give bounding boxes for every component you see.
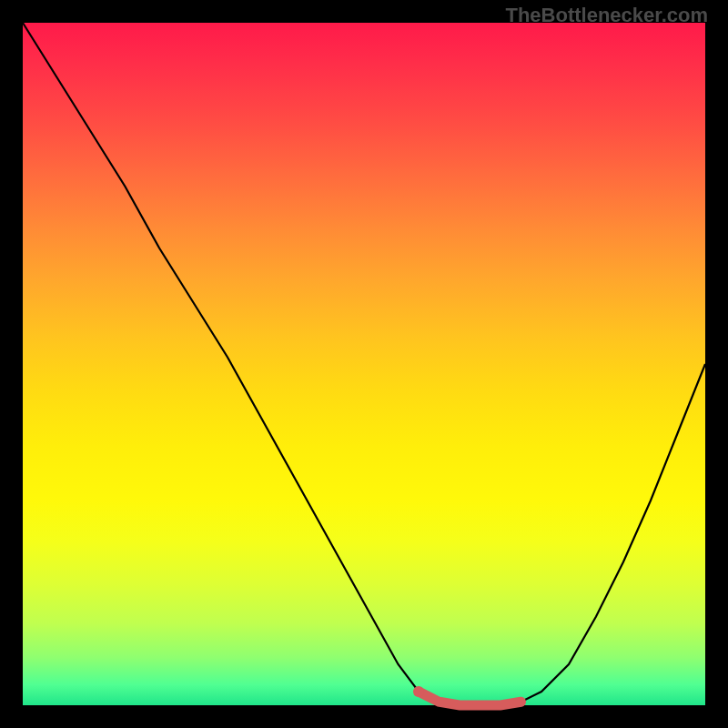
highlight-segment xyxy=(419,692,521,705)
plot-area xyxy=(23,23,705,705)
bottleneck-curve-path xyxy=(23,23,705,705)
curve-svg xyxy=(23,23,705,705)
chart-container: TheBottlenecker.com xyxy=(0,0,728,728)
highlight-dot xyxy=(413,686,424,697)
